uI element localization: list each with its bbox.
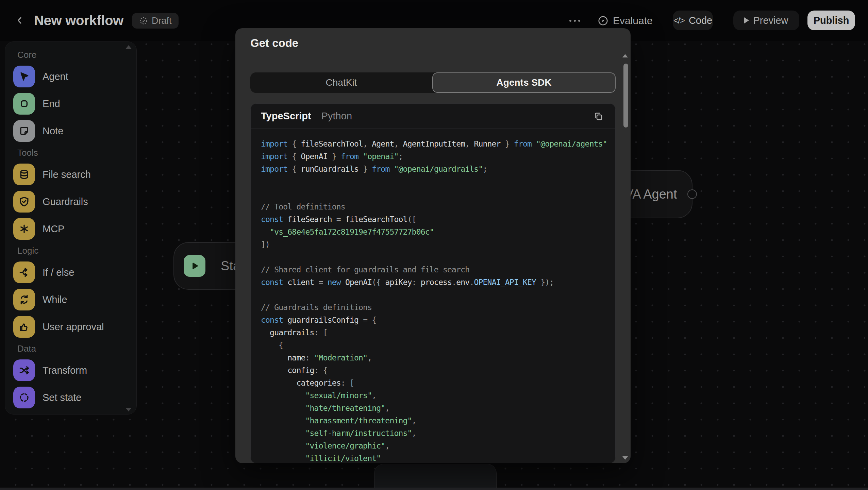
section-label: Tools <box>13 145 136 161</box>
chevron-left-icon <box>15 15 25 26</box>
code-line: "harassment/threatening", <box>261 415 615 427</box>
code-line: categories: [ <box>261 377 615 389</box>
draft-badge: Draft <box>132 13 179 29</box>
note-icon <box>13 120 35 142</box>
agent-node-label: VA Agent <box>625 187 677 202</box>
section-label: Logic <box>13 242 136 259</box>
scroll-up-icon[interactable] <box>622 54 628 57</box>
scroll-down-icon[interactable] <box>622 456 628 460</box>
overflow-menu-button[interactable] <box>566 15 584 27</box>
code-line: "self-harm/instructions", <box>261 427 615 440</box>
workflow-builder-app: Start VA Agent New workflow Draft Evalua… <box>0 0 868 490</box>
tab-chatkit[interactable]: ChatKit <box>250 72 432 93</box>
publish-button-label: Publish <box>814 15 849 26</box>
palette-item-mcp[interactable]: MCP <box>13 215 136 242</box>
preview-button[interactable]: Preview <box>733 11 799 30</box>
code-panel-header: TypeScript Python <box>251 104 615 129</box>
code-line: "sexual/minors", <box>261 389 615 402</box>
language-typescript[interactable]: TypeScript <box>261 111 311 122</box>
code-button[interactable]: </> Code <box>673 11 713 30</box>
code-line: guardrails: [ <box>261 326 615 339</box>
modal-scrollbar-thumb[interactable] <box>623 64 628 128</box>
palette-item-guardrails[interactable]: Guardrails <box>13 188 136 215</box>
palette-scroll-up-icon[interactable] <box>126 45 132 49</box>
bottom-edge-strip <box>0 488 868 490</box>
modal-header: Get code <box>235 28 631 58</box>
palette-item-file-search[interactable]: File search <box>13 161 136 188</box>
draft-badge-label: Draft <box>152 16 172 26</box>
code-brackets-icon: </> <box>673 16 685 26</box>
code-line: // Shared client for guardrails and file… <box>261 264 615 276</box>
agent-cursor-icon <box>13 66 35 87</box>
palette-item-set-state[interactable]: Set state <box>13 384 136 411</box>
code-line: ]) <box>261 238 615 251</box>
code-line <box>261 289 615 301</box>
palette-item-transform[interactable]: Transform <box>13 357 136 384</box>
canvas-bottom-toolbar <box>374 464 497 490</box>
code-line <box>261 188 615 201</box>
publish-button[interactable]: Publish <box>807 11 855 30</box>
draft-pencil-icon <box>139 16 148 26</box>
palette-item-agent[interactable]: Agent <box>13 63 136 90</box>
node-output-port[interactable] <box>687 189 697 199</box>
code-panel: TypeScript Python import { fileSearchToo… <box>250 103 616 463</box>
palette-item-end[interactable]: End <box>13 90 136 117</box>
database-icon <box>13 164 35 185</box>
palette-item-label: Set state <box>43 392 81 403</box>
mcp-icon <box>13 218 35 240</box>
code-line: config: { <box>261 364 615 377</box>
palette-item-note[interactable]: Note <box>13 117 136 145</box>
integration-tabs: ChatKit Agents SDK <box>250 72 616 93</box>
page-title: New workflow <box>34 13 123 28</box>
copy-icon <box>593 111 604 122</box>
code-line: const fileSearch = fileSearchTool([ <box>261 213 615 226</box>
preview-button-label: Preview <box>753 15 788 26</box>
code-line <box>261 251 615 264</box>
palette-item-label: Note <box>43 125 63 137</box>
thumbs-approval-icon <box>13 316 35 338</box>
evaluate-button[interactable]: Evaluate <box>597 12 653 29</box>
get-code-modal: Get code ChatKit Agents SDK TypeScript P… <box>235 28 631 463</box>
language-python[interactable]: Python <box>321 111 352 122</box>
palette-scroll-down-icon[interactable] <box>126 408 132 411</box>
modal-title: Get code <box>250 37 298 50</box>
code-line: import { OpenAI } from "openai"; <box>261 150 615 163</box>
palette-item-label: Transform <box>43 365 87 376</box>
code-line: // Guardrails definitions <box>261 301 615 314</box>
code-line: import { runGuardrails } from "@openai/g… <box>261 163 615 175</box>
code-line: "violence/graphic", <box>261 440 615 452</box>
branch-icon <box>13 261 35 283</box>
palette-item-label: User approval <box>43 321 104 333</box>
palette-item-user-approval[interactable]: User approval <box>13 313 136 340</box>
copy-button[interactable] <box>591 109 605 123</box>
code-line: const client = new OpenAI({ apiKey: proc… <box>261 276 615 289</box>
palette-item-if-else[interactable]: If / else <box>13 259 136 286</box>
palette-item-label: File search <box>43 169 91 180</box>
code-line: "hate/threatening", <box>261 402 615 415</box>
end-square-icon <box>13 93 35 115</box>
evaluate-label: Evaluate <box>613 15 653 27</box>
palette-item-label: MCP <box>43 223 64 235</box>
start-play-icon <box>184 255 205 277</box>
code-line: "vs_68e4e5fa172c81919e7f47557727b06c" <box>261 226 615 238</box>
play-icon <box>744 17 749 23</box>
shield-check-icon <box>13 191 35 213</box>
palette-item-label: While <box>43 294 67 305</box>
code-button-label: Code <box>689 15 712 26</box>
dashed-circle-icon <box>13 387 35 408</box>
code-line: const guardrailsConfig = { <box>261 314 615 326</box>
loop-icon <box>13 289 35 310</box>
back-button[interactable] <box>13 14 27 27</box>
node-palette-sections: CoreAgentEndNoteToolsFile searchGuardrai… <box>13 47 136 411</box>
tab-agents-sdk[interactable]: Agents SDK <box>432 72 616 93</box>
section-label: Core <box>13 47 136 63</box>
palette-item-while[interactable]: While <box>13 286 136 313</box>
code-block: import { fileSearchTool, Agent, AgentInp… <box>251 129 615 463</box>
code-line: import { fileSearchTool, Agent, AgentInp… <box>261 138 615 150</box>
code-line: { <box>261 339 615 352</box>
code-line: name: "Moderation", <box>261 352 615 364</box>
shuffle-icon <box>13 359 35 381</box>
code-line: "illicit/violent" <box>261 452 615 463</box>
node-palette: CoreAgentEndNoteToolsFile searchGuardrai… <box>5 41 137 415</box>
palette-item-label: Guardrails <box>43 196 88 207</box>
